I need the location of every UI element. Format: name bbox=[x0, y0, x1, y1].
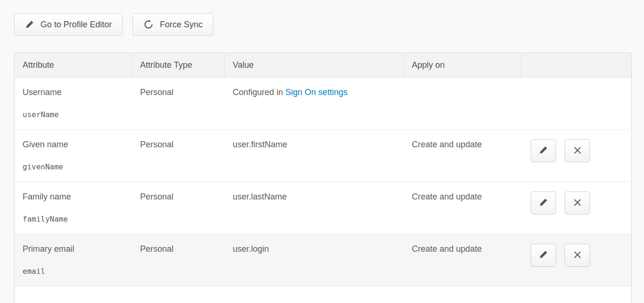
attribute-display-name: Given name bbox=[23, 140, 124, 150]
attribute-cell: Given name givenName bbox=[15, 130, 132, 182]
delete-attribute-button[interactable] bbox=[565, 139, 590, 162]
value-cell: user.login bbox=[225, 234, 404, 286]
table-row: Given name givenName Personal user.first… bbox=[15, 129, 631, 182]
edit-attribute-button[interactable] bbox=[531, 139, 556, 162]
pencil-icon bbox=[25, 20, 34, 29]
refresh-icon bbox=[143, 19, 154, 30]
close-icon bbox=[573, 198, 582, 208]
force-sync-label: Force Sync bbox=[160, 20, 203, 30]
header-value: Value bbox=[225, 53, 404, 77]
actions-cell bbox=[521, 234, 631, 286]
attribute-cell: Primary email email bbox=[15, 234, 132, 286]
attribute-cell: Username userName bbox=[15, 78, 132, 129]
apply-on-cell bbox=[404, 78, 521, 129]
pencil-icon bbox=[539, 145, 548, 156]
table-row-partial bbox=[15, 286, 631, 303]
table-header-row: Attribute Attribute Type Value Apply on bbox=[15, 53, 631, 77]
value-cell: Configured in Sign On settings bbox=[225, 78, 404, 129]
edit-attribute-button[interactable] bbox=[531, 191, 556, 215]
toolbar: Go to Profile Editor Force Sync bbox=[14, 13, 644, 36]
attribute-display-name: Family name bbox=[23, 192, 124, 202]
attribute-type-cell: Personal bbox=[132, 78, 225, 129]
value-prefix-text: Configured in bbox=[233, 88, 285, 97]
pencil-icon bbox=[539, 198, 548, 208]
apply-on-cell: Create and update bbox=[404, 130, 521, 182]
delete-attribute-button[interactable] bbox=[565, 244, 590, 267]
header-attribute-type: Attribute Type bbox=[132, 53, 225, 77]
header-actions bbox=[521, 53, 631, 77]
attribute-type-cell: Personal bbox=[132, 182, 225, 234]
attribute-type-cell: Personal bbox=[132, 234, 225, 286]
pencil-icon bbox=[539, 250, 548, 261]
attribute-type-cell: Personal bbox=[132, 130, 225, 182]
apply-on-cell: Create and update bbox=[404, 182, 521, 234]
attribute-display-name: Primary email bbox=[23, 244, 124, 254]
table-row: Family name familyName Personal user.las… bbox=[15, 182, 631, 234]
apply-on-cell: Create and update bbox=[404, 234, 521, 286]
actions-cell bbox=[521, 182, 631, 234]
table-row: Primary email email Personal user.login … bbox=[15, 234, 631, 286]
attribute-cell: Family name familyName bbox=[15, 182, 132, 234]
value-cell: user.firstName bbox=[225, 130, 404, 182]
go-to-profile-editor-button[interactable]: Go to Profile Editor bbox=[14, 13, 123, 36]
attribute-variable-name: email bbox=[23, 267, 124, 276]
attribute-variable-name: userName bbox=[23, 110, 124, 119]
table-row: Username userName Personal Configured in… bbox=[15, 77, 631, 129]
actions-cell bbox=[521, 130, 631, 182]
value-cell: user.lastName bbox=[225, 182, 404, 234]
attribute-display-name: Username bbox=[23, 88, 124, 97]
delete-attribute-button[interactable] bbox=[565, 191, 590, 215]
header-apply-on: Apply on bbox=[404, 53, 521, 77]
go-to-profile-editor-label: Go to Profile Editor bbox=[40, 20, 112, 30]
attribute-mappings-table: Attribute Attribute Type Value Apply on … bbox=[14, 53, 632, 303]
sign-on-settings-link[interactable]: Sign On settings bbox=[285, 88, 347, 97]
edit-attribute-button[interactable] bbox=[531, 244, 556, 267]
close-icon bbox=[573, 250, 582, 261]
header-attribute: Attribute bbox=[15, 53, 132, 77]
attribute-variable-name: familyName bbox=[23, 215, 124, 223]
actions-cell bbox=[521, 78, 631, 129]
force-sync-button[interactable]: Force Sync bbox=[133, 13, 213, 36]
close-icon bbox=[573, 146, 582, 156]
attribute-variable-name: givenName bbox=[23, 162, 124, 171]
attribute-mapping-page: Go to Profile Editor Force Sync Attribut… bbox=[0, 0, 644, 303]
